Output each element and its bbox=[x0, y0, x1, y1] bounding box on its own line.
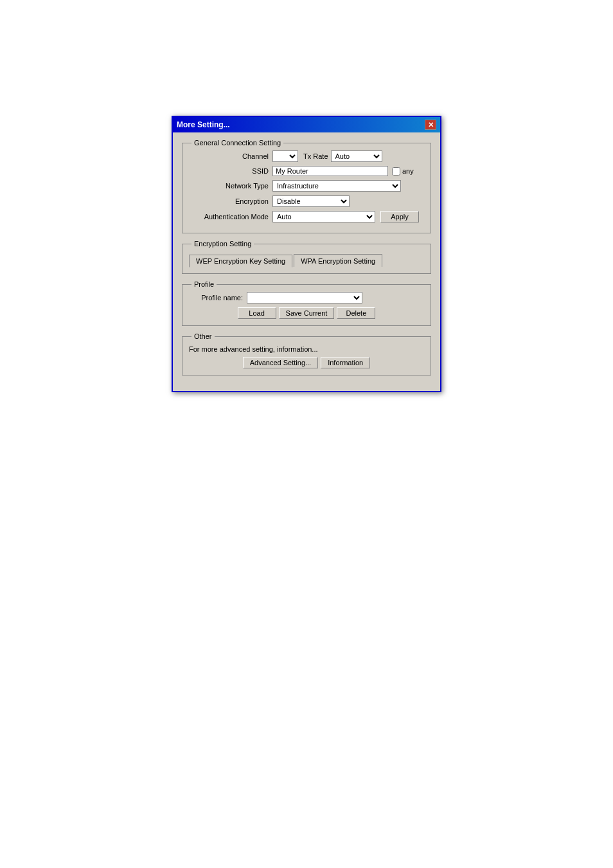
other-description: For more advanced setting, information..… bbox=[189, 345, 424, 353]
other-group: Other For more advanced setting, informa… bbox=[182, 332, 431, 375]
profile-group: Profile Profile name: Load Save Current … bbox=[182, 280, 431, 326]
auth-mode-row: Authentication Mode Auto Open System Sha… bbox=[189, 211, 424, 222]
wep-tab[interactable]: WEP Encryption Key Setting bbox=[189, 255, 292, 267]
general-connection-legend: General Connection Setting bbox=[191, 139, 283, 147]
channel-select[interactable] bbox=[272, 150, 298, 162]
advanced-setting-button[interactable]: Advanced Setting... bbox=[243, 357, 318, 368]
profile-legend: Profile bbox=[191, 280, 217, 288]
txrate-label: Tx Rate bbox=[303, 152, 328, 160]
auth-mode-select[interactable]: Auto Open System Shared Key WPA-PSK bbox=[272, 211, 375, 222]
ssid-label: SSID bbox=[189, 167, 272, 175]
profile-name-row: Profile name: bbox=[189, 292, 424, 303]
channel-txrate-row: Channel Tx Rate Auto 1M 2M 5.5M 11M bbox=[189, 150, 424, 162]
save-current-button[interactable]: Save Current bbox=[279, 307, 335, 319]
encryption-select[interactable]: Disable WEP TKIP AES bbox=[272, 195, 350, 207]
more-setting-dialog: More Setting... ✕ General Connection Set… bbox=[172, 116, 441, 392]
encryption-tabs: WEP Encryption Key Setting WPA Encryptio… bbox=[189, 254, 424, 267]
auth-mode-label: Authentication Mode bbox=[189, 213, 272, 221]
encryption-row: Encryption Disable WEP TKIP AES bbox=[189, 195, 424, 207]
dialog-title: More Setting... bbox=[177, 120, 230, 129]
any-label: any bbox=[402, 167, 414, 175]
network-type-select[interactable]: Infrastructure Ad-Hoc bbox=[272, 180, 401, 192]
profile-name-label: Profile name: bbox=[189, 294, 247, 302]
general-connection-group: General Connection Setting Channel Tx Ra… bbox=[182, 139, 431, 233]
apply-button[interactable]: Apply bbox=[380, 211, 419, 222]
wpa-tab[interactable]: WPA Encryption Setting bbox=[294, 254, 382, 267]
information-button[interactable]: Information bbox=[321, 357, 370, 368]
any-checkbox[interactable] bbox=[392, 167, 400, 176]
profile-buttons: Load Save Current Delete bbox=[189, 307, 424, 319]
any-checkbox-group: any bbox=[392, 167, 414, 176]
network-type-label: Network Type bbox=[189, 182, 272, 190]
delete-button[interactable]: Delete bbox=[337, 307, 375, 319]
ssid-row: SSID any bbox=[189, 166, 424, 176]
other-legend: Other bbox=[191, 332, 215, 340]
encryption-setting-legend: Encryption Setting bbox=[191, 240, 254, 248]
ssid-input[interactable] bbox=[272, 166, 388, 176]
network-type-row: Network Type Infrastructure Ad-Hoc bbox=[189, 180, 424, 192]
encryption-label: Encryption bbox=[189, 197, 272, 205]
close-button[interactable]: ✕ bbox=[425, 120, 436, 130]
txrate-select[interactable]: Auto 1M 2M 5.5M 11M bbox=[331, 150, 382, 162]
encryption-setting-group: Encryption Setting WEP Encryption Key Se… bbox=[182, 240, 431, 274]
dialog-body: General Connection Setting Channel Tx Ra… bbox=[173, 132, 440, 391]
other-buttons: Advanced Setting... Information bbox=[189, 357, 424, 368]
title-bar: More Setting... ✕ bbox=[173, 117, 440, 132]
load-button[interactable]: Load bbox=[238, 307, 276, 319]
channel-label: Channel bbox=[189, 152, 272, 160]
profile-name-select[interactable] bbox=[247, 292, 362, 303]
